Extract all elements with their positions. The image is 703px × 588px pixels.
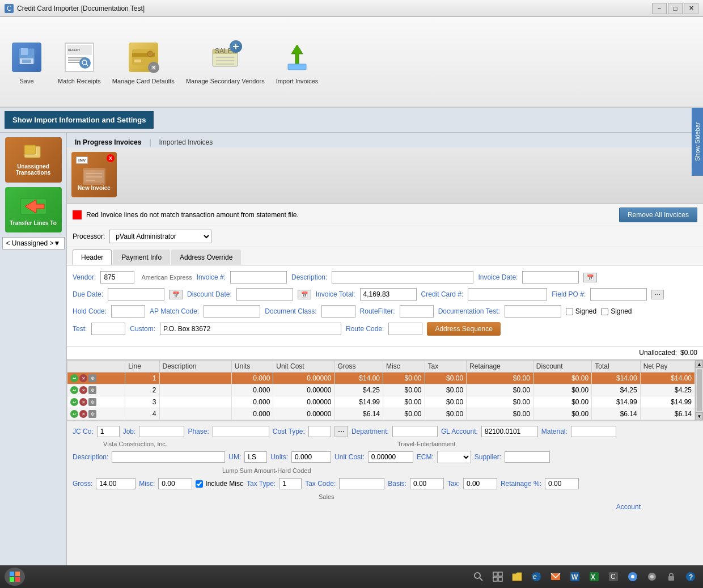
job-input[interactable] <box>139 426 184 437</box>
doc-class-input[interactable] <box>321 305 355 318</box>
unit-cost-input[interactable] <box>368 451 413 463</box>
row-action-green[interactable]: ↩ <box>70 410 78 418</box>
description-label[interactable]: Description: <box>291 273 327 281</box>
table-row[interactable]: ↩ ✕ ⚙ 20.0000.00000$4.25$0.00$0.00$0.00$… <box>67 384 695 396</box>
discount-date-calendar[interactable]: 📅 <box>298 290 311 299</box>
due-date-input[interactable] <box>108 288 164 301</box>
ap-match-input[interactable] <box>204 305 260 318</box>
row-action-green[interactable]: ↩ <box>70 398 78 406</box>
unit-cost-label[interactable]: Unit Cost: <box>334 453 365 461</box>
department-label[interactable]: Department: <box>352 428 389 435</box>
invoice-num-input[interactable] <box>230 271 287 284</box>
row-action-grey[interactable]: ⚙ <box>88 410 96 418</box>
jc-co-label[interactable]: JC Co: <box>73 428 94 435</box>
word-icon[interactable]: W <box>567 569 583 585</box>
tab-address-override[interactable]: Address Override <box>171 249 241 265</box>
invoice-total-input[interactable] <box>360 288 417 301</box>
table-row[interactable]: ↩ ✕ ⚙ 40.0000.00000$6.14$0.00$0.00$0.00$… <box>67 408 695 420</box>
lines-scrollbar[interactable]: ▲ ▼ <box>695 360 703 420</box>
hold-code-input[interactable] <box>111 305 145 318</box>
um-label[interactable]: UM: <box>228 453 241 461</box>
row-action-green[interactable]: ↩ <box>70 386 78 394</box>
manage-card-defaults-button[interactable]: Manage Card Defaults <box>112 39 175 84</box>
due-date-label[interactable]: Due Date: <box>73 290 103 298</box>
discount-date-input[interactable] <box>236 288 293 301</box>
phase-label[interactable]: Phase: <box>188 428 209 435</box>
in-progress-tab[interactable]: In Progress Invoices <box>73 137 143 147</box>
detail-desc-label[interactable]: Description: <box>73 453 108 461</box>
basis-input[interactable] <box>410 478 444 489</box>
doc-class-label[interactable]: Document Class: <box>265 307 316 315</box>
hold-code-label[interactable]: Hold Code: <box>73 307 107 315</box>
settings-icon[interactable] <box>644 569 660 585</box>
gl-account-input[interactable] <box>481 426 538 437</box>
signed-checkbox-1[interactable] <box>566 308 573 315</box>
doc-test-input[interactable] <box>505 305 561 318</box>
misc-label[interactable]: Misc: <box>139 480 155 488</box>
new-invoice-button[interactable]: INV X New Invoice <box>71 152 117 197</box>
match-receipts-button[interactable]: RECEIPT Match Receipts <box>58 39 101 84</box>
tax-type-input[interactable] <box>279 478 302 489</box>
import-invoices-button[interactable]: Import Invoices <box>276 39 319 84</box>
unassigned-dropdown[interactable]: < Unassigned > ▼ <box>2 237 65 249</box>
row-action-red[interactable]: ✕ <box>79 374 87 382</box>
custom-input[interactable] <box>160 323 341 335</box>
gl-account-label[interactable]: GL Account: <box>441 428 478 435</box>
lock-icon[interactable] <box>663 569 679 585</box>
route-filter-label[interactable]: RouteFilter: <box>360 307 395 315</box>
help-icon[interactable]: ? <box>683 569 698 585</box>
maximize-button[interactable]: □ <box>668 3 683 14</box>
detail-desc-input[interactable] <box>112 451 225 463</box>
close-button[interactable]: ✕ <box>684 3 698 14</box>
ecm-label[interactable]: ECM: <box>417 453 434 461</box>
misc-input[interactable] <box>158 478 192 489</box>
start-button[interactable] <box>5 568 25 586</box>
retainage-pct-input[interactable] <box>545 478 579 489</box>
scroll-up[interactable]: ▲ <box>696 360 703 368</box>
doc-test-label[interactable]: Documentation Test: <box>438 307 500 315</box>
vendor-input[interactable] <box>100 271 134 284</box>
field-po-btn[interactable]: ⋯ <box>651 290 664 299</box>
ie-icon[interactable]: e <box>528 569 544 585</box>
job-label[interactable]: Job: <box>123 428 136 435</box>
tab-header[interactable]: Header <box>73 249 112 265</box>
retainage-pct-label[interactable]: Retainage %: <box>501 480 541 488</box>
tax-input[interactable] <box>463 478 497 489</box>
jc-co-input[interactable] <box>97 426 120 437</box>
manage-secondary-vendors-button[interactable]: SALES QUOTATION Manage Secondary Vendors <box>186 39 265 84</box>
table-row[interactable]: ↩ ✕ ⚙ 10.0000.00000$14.00$0.00$0.00$0.00… <box>67 373 695 384</box>
row-action-grey[interactable]: ⚙ <box>88 386 96 394</box>
supplier-input[interactable] <box>505 451 550 463</box>
scroll-down[interactable]: ▼ <box>696 412 703 420</box>
account-label[interactable]: Account <box>616 503 641 511</box>
ecm-select[interactable] <box>437 451 471 463</box>
route-code-input[interactable] <box>388 323 422 335</box>
unassigned-transactions-button[interactable]: UnassignedTransactions <box>5 137 62 183</box>
show-import-button[interactable]: Show Import Information and Settings <box>5 111 154 129</box>
invoice-date-input[interactable] <box>522 271 579 284</box>
invoice-num-label[interactable]: Invoice #: <box>197 273 226 281</box>
test-input[interactable] <box>91 323 125 335</box>
tax-code-input[interactable] <box>339 478 384 489</box>
remove-all-invoices-button[interactable]: Remove All Invoices <box>619 208 697 222</box>
row-action-red[interactable]: ✕ <box>79 398 87 406</box>
due-date-calendar[interactable]: 📅 <box>169 290 183 299</box>
tax-type-label[interactable]: Tax Type: <box>247 480 276 488</box>
minimize-button[interactable]: − <box>652 3 667 14</box>
transfer-lines-button[interactable]: Transfer Lines To <box>5 187 62 232</box>
gross-label[interactable]: Gross: <box>73 480 92 488</box>
credit-card-input[interactable] <box>468 288 547 301</box>
cost-type-label[interactable]: Cost Type: <box>273 428 305 435</box>
save-button[interactable]: Save <box>7 39 46 84</box>
email-icon[interactable] <box>548 569 564 585</box>
invoice-total-label[interactable]: Invoice Total: <box>316 290 355 298</box>
credit-card-label[interactable]: Credit Card #: <box>421 290 464 298</box>
gross-input[interactable] <box>96 478 135 489</box>
file-manager-icon[interactable] <box>509 569 525 585</box>
route-filter-input[interactable] <box>400 305 434 318</box>
supplier-label[interactable]: Supplier: <box>475 453 501 461</box>
signed-checkbox-2[interactable] <box>601 308 608 315</box>
ap-match-label[interactable]: AP Match Code: <box>150 307 199 315</box>
taskview-icon[interactable] <box>490 569 506 585</box>
units-input[interactable] <box>291 451 331 463</box>
